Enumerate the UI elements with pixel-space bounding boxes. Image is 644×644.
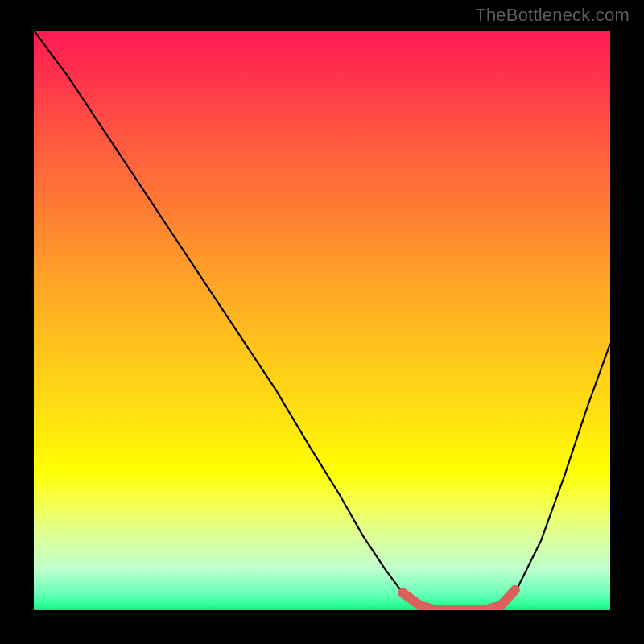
chart-canvas: TheBottleneck.com [0,0,644,644]
accent-segment [402,590,515,610]
line-layer [34,31,610,610]
plot-area [34,31,610,610]
watermark-text: TheBottleneck.com [475,5,630,26]
main-curve [34,31,610,610]
